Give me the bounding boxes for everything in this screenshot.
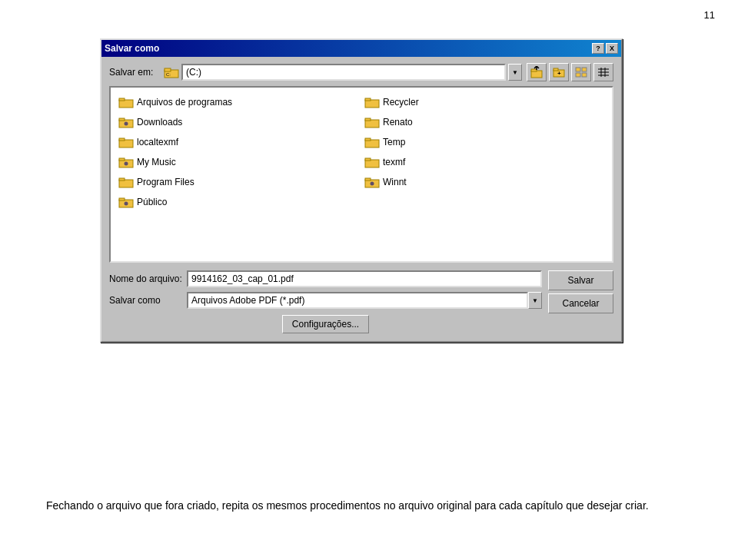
list-item[interactable]: Renato	[361, 112, 607, 132]
svg-rect-28	[119, 138, 125, 141]
svg-rect-11	[576, 73, 580, 77]
list-view-button[interactable]	[593, 63, 613, 81]
svg-rect-4	[531, 69, 537, 71]
save-in-combo: C: (C:) ▼	[164, 64, 522, 81]
saveas-combo-text: Arquivos Adobe PDF (*.pdf)	[187, 292, 528, 309]
filename-row: Nome do arquivo:	[109, 270, 542, 287]
save-dialog: Salvar como ? X Salvar em: C:	[100, 38, 623, 343]
list-item[interactable]: localtexmf	[115, 132, 361, 152]
config-button[interactable]: Configurações...	[282, 315, 369, 333]
list-item[interactable]: Downloads	[115, 112, 361, 132]
svg-rect-26	[365, 118, 371, 121]
saveas-row: Salvar como Arquivos Adobe PDF (*.pdf) ▼	[109, 292, 542, 309]
list-item[interactable]: My Music	[115, 152, 361, 172]
saveas-combo: Arquivos Adobe PDF (*.pdf) ▼	[187, 292, 542, 309]
up-folder-button[interactable]	[527, 63, 547, 81]
list-item[interactable]: texmf	[361, 152, 607, 172]
svg-rect-42	[119, 198, 125, 200]
saveas-label: Salvar como	[109, 295, 182, 306]
svg-rect-32	[119, 158, 125, 161]
list-item[interactable]: Winnt	[361, 172, 607, 192]
drive-combo-text: (C:)	[181, 64, 506, 81]
svg-point-40	[371, 182, 374, 186]
cancel-button[interactable]: Cancelar	[548, 293, 613, 313]
bottom-section: Nome do arquivo: Salvar como Arquivos Ad…	[109, 270, 613, 333]
svg-rect-19	[119, 98, 125, 101]
dialog-body: Salvar em: C: (C:) ▼	[101, 57, 621, 341]
list-item[interactable]: Temp	[361, 132, 607, 152]
form-fields: Nome do arquivo: Salvar como Arquivos Ad…	[109, 270, 542, 333]
filename-label: Nome do arquivo:	[109, 273, 182, 284]
dialog-title: Salvar como	[105, 43, 159, 54]
side-buttons: Salvar Cancelar	[548, 270, 613, 313]
close-button[interactable]: X	[606, 43, 618, 54]
svg-rect-12	[582, 73, 587, 77]
svg-rect-39	[365, 178, 371, 181]
svg-rect-23	[119, 118, 125, 121]
saveas-combo-dropdown[interactable]: ▼	[528, 292, 542, 309]
svg-text:C:: C:	[166, 72, 171, 77]
new-folder-button[interactable]: +	[549, 63, 569, 81]
dialog-window: Salvar como ? X Salvar em: C:	[100, 38, 623, 343]
svg-rect-1	[165, 68, 171, 71]
large-icons-button[interactable]	[571, 63, 591, 81]
svg-text:+: +	[557, 70, 561, 77]
list-item[interactable]: Público	[115, 192, 361, 212]
config-btn-row: Configurações...	[109, 315, 542, 333]
filename-input[interactable]	[187, 270, 542, 287]
bottom-text: Fechando o arquivo que fora criado, repi…	[46, 497, 692, 514]
title-bar: Salvar como ? X	[101, 40, 621, 57]
save-in-label: Salvar em:	[109, 67, 159, 78]
svg-point-24	[125, 122, 128, 126]
drive-combo-dropdown[interactable]: ▼	[508, 64, 522, 81]
save-button[interactable]: Salvar	[548, 270, 613, 290]
page-number: 11	[704, 9, 715, 21]
list-item[interactable]: Recycler	[361, 92, 607, 112]
list-item[interactable]: Arquivos de programas	[115, 92, 361, 112]
drive-icon: C:	[164, 66, 179, 78]
svg-rect-9	[576, 68, 580, 71]
svg-rect-30	[365, 138, 371, 141]
toolbar-buttons: +	[527, 63, 613, 81]
svg-rect-37	[119, 178, 125, 181]
svg-rect-21	[365, 98, 371, 101]
title-bar-buttons: ? X	[592, 43, 618, 54]
save-in-row: Salvar em: C: (C:) ▼	[109, 63, 613, 81]
svg-rect-10	[582, 68, 587, 71]
svg-point-33	[125, 162, 128, 166]
file-list: Arquivos de programas Recycler Downloads…	[109, 86, 613, 263]
svg-point-43	[125, 202, 128, 206]
help-button[interactable]: ?	[592, 43, 604, 54]
list-item[interactable]: Program Files	[115, 172, 361, 192]
svg-rect-35	[365, 158, 371, 161]
